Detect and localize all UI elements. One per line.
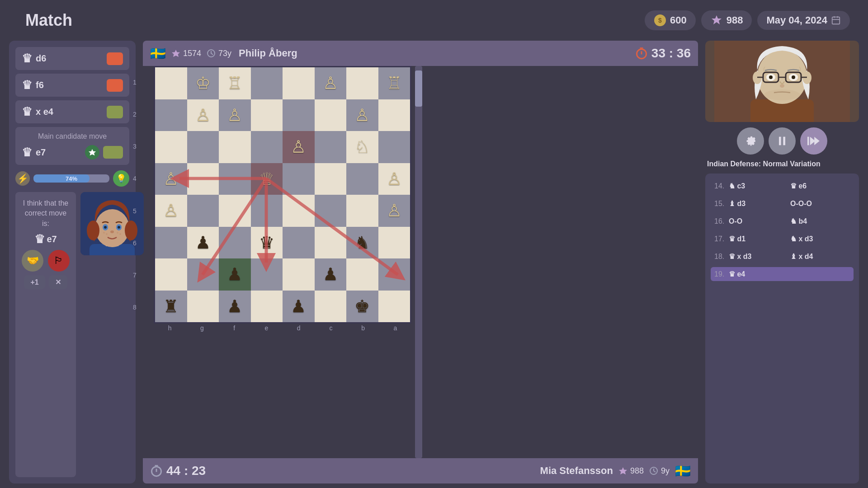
board-cell[interactable]: ♕ [251, 163, 283, 195]
board-cell[interactable] [155, 258, 187, 291]
board-cell[interactable]: ♚ [346, 291, 378, 323]
board-cell[interactable]: ♜ [155, 291, 187, 323]
chess-piece[interactable]: ♙ [163, 202, 179, 219]
chess-piece[interactable]: ♜ [163, 298, 179, 315]
board-cell[interactable] [251, 131, 283, 163]
board-cell[interactable]: ♙ [378, 195, 410, 227]
settings-button[interactable] [737, 127, 764, 155]
chess-piece[interactable]: ♟ [227, 298, 242, 315]
board-cell[interactable] [315, 227, 347, 259]
board-cell[interactable] [283, 258, 315, 291]
board-cell[interactable] [219, 227, 251, 259]
board-cell[interactable]: ♟ [219, 258, 251, 291]
chess-piece[interactable]: ♙ [291, 138, 306, 155]
board-cell[interactable] [378, 227, 410, 259]
chess-piece[interactable]: ♟ [291, 298, 306, 315]
chess-piece[interactable]: ♚ [354, 298, 370, 315]
board-cell[interactable]: ♘ [346, 131, 378, 163]
board-cell[interactable] [315, 163, 347, 195]
chess-piece[interactable]: ♙ [195, 107, 211, 124]
pause-button[interactable] [769, 127, 796, 155]
board-cell[interactable] [251, 291, 283, 323]
board-cell[interactable] [187, 131, 219, 163]
chess-piece[interactable]: ♟ [227, 266, 242, 283]
board-cell[interactable] [187, 163, 219, 195]
board-cell[interactable] [378, 99, 410, 131]
board-cell[interactable] [155, 227, 187, 259]
board-cell[interactable]: ♙ [187, 99, 219, 131]
board-cell[interactable] [251, 99, 283, 131]
board-cell[interactable] [187, 258, 219, 291]
board-cell[interactable] [346, 163, 378, 195]
chess-piece[interactable]: ♘ [354, 138, 370, 155]
board-cell[interactable] [155, 99, 187, 131]
board-cell[interactable]: ♟ [187, 227, 219, 259]
board-cell[interactable]: ♙ [315, 67, 347, 99]
board-cell[interactable] [346, 258, 378, 291]
board-cell[interactable]: ♛ [251, 227, 283, 259]
chess-piece[interactable]: ♙ [323, 75, 338, 92]
chess-piece[interactable]: ♟ [323, 266, 338, 283]
chess-piece[interactable]: ♕ [259, 170, 274, 188]
board-cell[interactable] [283, 67, 315, 99]
bulb-icon[interactable]: 💡 [113, 170, 129, 187]
board-cell[interactable] [187, 291, 219, 323]
candidate-star[interactable] [85, 145, 99, 160]
plus-one-button[interactable]: +1 [24, 275, 45, 289]
scrollbar-thumb[interactable] [415, 70, 422, 107]
board-cell[interactable]: ♞ [346, 227, 378, 259]
board-cell[interactable] [378, 131, 410, 163]
board-cell[interactable] [315, 291, 347, 323]
board-cell[interactable]: ♔ [187, 67, 219, 99]
move-row-d6[interactable]: ♛ d6 [15, 47, 129, 70]
move-entry-17[interactable]: 17. ♛ d1 ♞ x d3 [711, 232, 854, 246]
chess-piece[interactable]: ♟ [195, 234, 211, 251]
chess-piece[interactable]: ♙ [387, 170, 402, 188]
chess-piece[interactable]: ♖ [227, 75, 242, 92]
chess-piece[interactable]: ♙ [227, 107, 242, 124]
board-cell[interactable]: ♟ [315, 258, 347, 291]
board-cell[interactable] [283, 195, 315, 227]
board-cell[interactable] [346, 195, 378, 227]
chess-piece[interactable]: ♔ [195, 75, 211, 92]
board-cell[interactable]: ♙ [155, 195, 187, 227]
board-cell[interactable]: ♙ [155, 163, 187, 195]
board-cell[interactable] [283, 163, 315, 195]
board-cell[interactable] [315, 99, 347, 131]
move-entry-19-active[interactable]: 19. ♛ e4 [711, 267, 854, 281]
move-row-f6[interactable]: ♛ f6 [15, 74, 129, 97]
board-cell[interactable] [315, 131, 347, 163]
board-cell[interactable]: ♙ [346, 99, 378, 131]
move-entry-18[interactable]: 18. ♛ x d3 ♝ x d4 [711, 249, 854, 263]
board-cell[interactable] [315, 195, 347, 227]
board-cell[interactable]: ♖ [219, 67, 251, 99]
chess-piece[interactable]: ♛ [259, 234, 274, 251]
board-cell[interactable]: ♙ [378, 163, 410, 195]
board-cell[interactable]: ♙ [283, 131, 315, 163]
board-cell[interactable] [219, 163, 251, 195]
move-entry-14[interactable]: 14. ♞ c3 ♛ e6 [711, 179, 854, 193]
move-row-e4[interactable]: ♛ x e4 [15, 100, 129, 123]
board-cell[interactable] [283, 227, 315, 259]
board-cell[interactable] [378, 291, 410, 323]
board-cell[interactable] [155, 67, 187, 99]
board-cell[interactable] [219, 195, 251, 227]
skip-button[interactable] [800, 127, 827, 155]
board-cell[interactable]: ♖ [378, 67, 410, 99]
resign-button[interactable]: 🏳 [48, 250, 70, 272]
board-cell[interactable] [187, 195, 219, 227]
move-entry-15[interactable]: 15. ♝ d3 O-O-O [711, 197, 854, 211]
chess-piece[interactable]: ♖ [387, 75, 402, 92]
close-button[interactable]: ✕ [49, 275, 67, 289]
board-cell[interactable] [283, 99, 315, 131]
board-cell[interactable] [378, 258, 410, 291]
move-entry-16[interactable]: 16. O-O ♞ b4 [711, 214, 854, 228]
scrollbar[interactable] [415, 66, 422, 458]
board-cell[interactable]: ♟ [219, 291, 251, 323]
chess-piece[interactable]: ♙ [354, 107, 370, 124]
handshake-button[interactable]: 🤝 [22, 250, 43, 272]
board-cell[interactable] [251, 258, 283, 291]
board-cell[interactable] [219, 131, 251, 163]
board-cell[interactable]: ♙ [219, 99, 251, 131]
board-cell[interactable] [155, 131, 187, 163]
